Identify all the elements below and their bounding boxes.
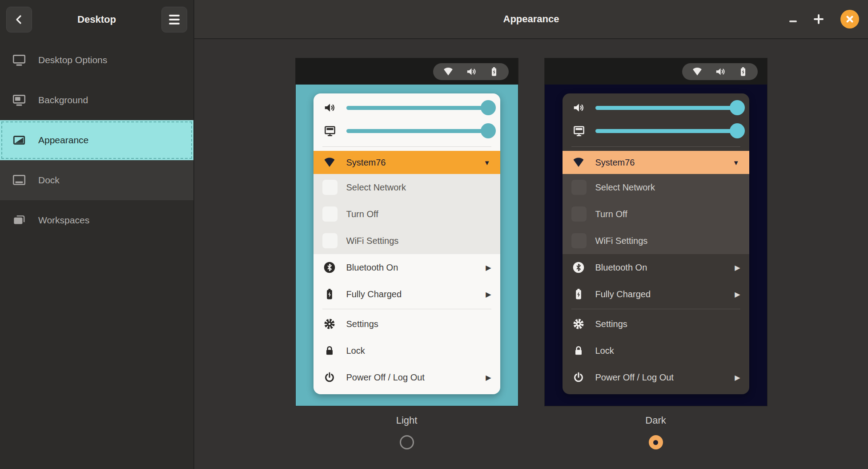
submenu-arrow-icon: ▶ [735,290,740,299]
menu-button[interactable] [161,7,187,32]
battery-icon [738,66,748,77]
menu-item-bluetooth: Bluetooth On ▶ [313,254,500,281]
wifi-icon [692,66,703,77]
battery-icon [489,66,499,77]
network-name: System76 [595,158,635,168]
menu-item-battery: Fully Charged ▶ [313,281,500,307]
bluetooth-icon [572,261,585,274]
light-radio[interactable] [400,435,414,449]
menu-item-power: Power Off / Log Out ▶ [563,364,749,391]
power-icon [572,371,585,384]
back-button[interactable] [6,7,32,32]
preview-system-tray [433,63,509,80]
power-icon [323,371,336,384]
submenu-arrow-icon: ▶ [735,263,740,272]
volume-slider-row [563,96,749,119]
menu-item-turn-off: Turn Off [313,201,500,227]
close-icon [845,14,855,24]
desktop-options-icon [12,53,27,68]
menu-item-lock: Lock [563,337,749,364]
dark-radio[interactable] [649,435,663,449]
brightness-slider-row [313,119,500,142]
maximize-button[interactable] [813,13,824,25]
gear-icon [572,318,585,330]
wifi-icon [323,156,336,169]
background-icon [12,93,27,108]
preview-top-panel [545,58,767,85]
menu-divider [322,309,491,309]
brightness-slider [595,129,743,133]
volume-slider-knob [481,100,496,115]
submenu-arrow-icon: ▶ [486,290,491,299]
close-button[interactable] [840,10,859,28]
preview-top-panel [296,58,518,85]
sidebar-item-label: Background [38,95,88,105]
network-row: System76 ▼ [313,151,500,174]
menu-item-settings: Settings [313,311,500,337]
theme-option-dark: System76 ▼ Select Network Turn Off WiFi … [545,58,767,469]
speaker-icon [323,101,337,114]
window-controls [789,0,859,38]
network-name: System76 [346,158,386,168]
volume-icon [715,66,726,77]
menu-item-select-network: Select Network [563,174,749,201]
menu-item-select-network: Select Network [313,174,500,201]
preview-desktop-dark: System76 ▼ Select Network Turn Off WiFi … [545,85,767,406]
lock-icon [572,344,585,357]
minimize-icon [789,20,797,22]
submenu-arrow-icon: ▶ [486,373,491,382]
sidebar-item-label: Workspaces [38,215,89,226]
menu-divider [322,146,491,147]
titlebar: Appearance [194,0,868,39]
sidebar-item-workspaces[interactable]: Workspaces [0,200,193,240]
network-submenu: Select Network Turn Off WiFi Settings [563,174,749,254]
chevron-left-icon [13,14,25,25]
menu-divider [571,309,740,309]
volume-slider [346,106,494,110]
main-pane: Appearance [194,0,868,469]
menu-item-bluetooth: Bluetooth On ▶ [563,254,749,281]
hamburger-icon [169,15,180,24]
volume-slider-knob [730,100,745,115]
menu-item-power: Power Off / Log Out ▶ [313,364,500,391]
bluetooth-icon [323,261,336,274]
theme-preview-dark[interactable]: System76 ▼ Select Network Turn Off WiFi … [545,58,767,406]
volume-slider [595,106,743,110]
sidebar-header: Desktop [0,0,193,39]
sidebar-item-desktop-options[interactable]: Desktop Options [0,40,193,80]
sidebar-item-background[interactable]: Background [0,80,193,120]
brightness-slider-knob [481,123,496,138]
menu-item-battery: Fully Charged ▶ [563,281,749,307]
menu-item-lock: Lock [313,337,500,364]
preview-menu: System76 ▼ Select Network Turn Off WiFi … [563,93,749,394]
submenu-arrow-icon: ▶ [486,263,491,272]
brightness-slider [346,129,494,133]
sidebar-item-appearance[interactable]: Appearance [0,120,193,160]
sidebar-item-dock[interactable]: Dock [0,160,193,200]
menu-item-wifi-settings: WiFi Settings [563,227,749,254]
menu-item-settings: Settings [563,311,749,337]
menu-item-turn-off: Turn Off [563,201,749,227]
sidebar-item-label: Appearance [38,135,88,146]
workspaces-icon [12,213,27,228]
preview-menu: System76 ▼ Select Network Turn Off WiFi … [313,93,500,394]
theme-preview-light[interactable]: System76 ▼ Select Network Turn Off WiFi … [296,58,518,406]
menu-item-wifi-settings: WiFi Settings [313,227,500,254]
chevron-down-icon: ▼ [733,159,739,166]
appearance-icon [12,133,27,148]
theme-option-light: System76 ▼ Select Network Turn Off WiFi … [296,58,518,469]
sidebar-title: Desktop [77,14,116,25]
volume-icon [466,66,477,77]
maximize-icon [813,13,824,25]
theme-label-dark: Dark [645,415,666,426]
sidebar-item-label: Desktop Options [38,55,107,65]
dock-icon [12,173,27,188]
sidebar: Desktop Desktop Options Background Appea… [0,0,194,469]
minimize-button[interactable] [789,16,797,22]
speaker-icon [572,101,586,114]
wifi-icon [443,66,454,77]
brightness-slider-knob [730,123,745,138]
display-icon [323,124,337,137]
battery-charged-icon [323,288,336,300]
theme-label-light: Light [396,415,418,426]
